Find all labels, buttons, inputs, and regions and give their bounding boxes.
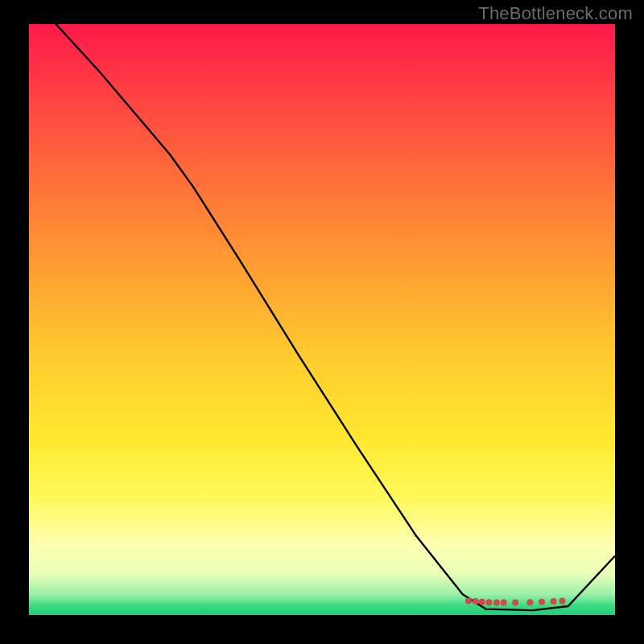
scatter-dot [465, 597, 472, 604]
scatter-dot [539, 599, 545, 605]
scatter-dot [526, 599, 533, 605]
scatter-dot [479, 599, 485, 605]
scatter-dot [501, 600, 507, 606]
scatter-dot [485, 599, 492, 605]
chart-overlay [29, 24, 615, 615]
scatter-dot [493, 600, 500, 606]
scatter-dot [473, 598, 479, 605]
chart-frame: TheBottleneck.com [0, 0, 644, 644]
plot-area [29, 24, 615, 615]
scatter-dot [551, 598, 557, 605]
scatter-dot [559, 597, 565, 604]
optimal-range-markers [465, 597, 565, 605]
bottleneck-curve [29, 0, 615, 610]
scatter-dot [512, 600, 518, 606]
watermark-text: TheBottleneck.com [478, 3, 633, 24]
